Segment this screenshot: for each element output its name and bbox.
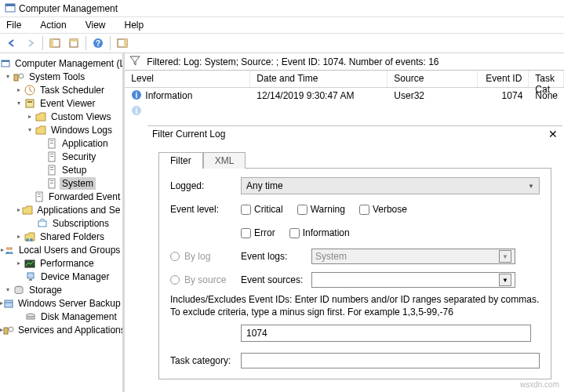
tree-event-viewer[interactable]: ▾Event Viewer [0,96,122,110]
tab-body: Logged: Any time▼ Event level: Critical … [158,168,551,379]
help-button[interactable]: ? [89,34,107,52]
tree-log-security[interactable]: Security [0,150,122,163]
col-header-eventid[interactable]: Event ID [478,71,529,87]
menu-file[interactable]: File [3,18,24,32]
table-row[interactable]: i [125,103,564,119]
toolbar: ? [0,33,564,53]
tree-services-apps[interactable]: ▸Services and Applications [0,323,122,336]
svg-rect-12 [14,74,18,81]
chevron-down-icon[interactable]: ▼ [499,274,511,286]
col-header-level[interactable]: Level [125,71,250,87]
tree-pane: Computer Management (Local ▾System Tools… [0,53,125,392]
forward-button[interactable] [22,34,39,52]
label-event-sources: Event sources: [241,274,311,285]
svg-text:i: i [136,91,138,100]
tree-log-application[interactable]: Application [0,136,122,150]
svg-rect-25 [50,169,53,170]
back-button[interactable] [3,34,20,52]
svg-point-43 [27,314,35,317]
toolbar-separator [42,36,43,50]
check-error[interactable]: Error [241,227,275,238]
action-pane-button[interactable] [114,34,131,52]
col-header-date[interactable]: Date and Time [250,71,388,87]
info-icon: i [131,105,142,118]
show-hide-tree-button[interactable] [46,34,64,52]
expander-right-icon[interactable]: ▸ [25,112,35,122]
svg-rect-41 [5,300,13,307]
tree-disk-management[interactable]: Disk Management [0,310,122,323]
menubar: File Action View Help [0,17,564,33]
tree-log-forwarded[interactable]: Forwarded Event [0,190,122,203]
menu-action[interactable]: Action [37,18,69,32]
expander-down-icon[interactable]: ▾ [3,285,13,295]
tree-log-setup[interactable]: Setup [0,163,122,176]
svg-rect-28 [50,183,53,183]
tree-windows-logs[interactable]: ▾Windows Logs [0,123,122,136]
event-sources-combo[interactable]: ▼ [311,272,515,288]
radio-by-log: By log [170,251,241,262]
tree-root[interactable]: Computer Management (Local [0,56,122,70]
expander-right-icon[interactable]: ▸ [14,232,24,241]
svg-rect-31 [38,196,41,197]
label-event-level: Event level: [170,204,241,215]
label-event-logs: Event logs: [241,251,311,262]
col-header-source[interactable]: Source [388,71,478,87]
expander-right-icon[interactable]: ▸ [16,205,23,215]
check-critical[interactable]: Critical [241,204,283,215]
check-warning[interactable]: Warning [297,204,345,215]
check-information[interactable]: Information [289,227,350,238]
svg-point-45 [9,327,13,332]
svg-point-35 [6,247,9,250]
tabstrip: Filter XML [158,151,562,168]
svg-rect-3 [50,39,53,47]
toolbar-separator [110,36,111,50]
expander-down-icon[interactable]: ▾ [25,125,35,135]
svg-rect-27 [50,180,53,181]
tree-device-manager[interactable]: Device Manager [0,270,122,283]
expander-down-icon[interactable]: ▾ [3,72,13,82]
titlebar: Computer Management [0,0,564,17]
svg-rect-5 [70,39,78,42]
svg-rect-24 [50,167,53,168]
tree-subscriptions[interactable]: Subscriptions [0,216,122,230]
chevron-down-icon: ▼ [528,183,534,190]
close-icon[interactable]: ✕ [548,128,558,140]
tree-local-users[interactable]: ▸Local Users and Groups [0,243,122,256]
check-verbose[interactable]: Verbose [359,204,407,215]
tab-filter[interactable]: Filter [158,152,203,169]
tree-performance[interactable]: ▸Performance [0,256,122,270]
label-logged: Logged: [170,180,241,191]
menu-view[interactable]: View [82,18,109,32]
svg-rect-32 [38,221,46,227]
event-id-input[interactable] [241,325,531,342]
tree-windows-server-backup[interactable]: ▸Windows Server Backup [0,296,122,310]
menu-help[interactable]: Help [122,18,147,32]
tree-shared-folders[interactable]: ▸Shared Folders [0,230,122,243]
svg-rect-22 [50,156,53,157]
table-row[interactable]: iInformation 12/14/2019 9:30:47 AM User3… [125,88,564,103]
task-category-combo[interactable] [241,353,540,368]
tree-custom-views[interactable]: ▸Custom Views [0,110,122,123]
expander-down-icon[interactable]: ▾ [14,99,24,108]
window-title: Computer Management [19,3,118,14]
svg-rect-21 [50,154,53,154]
svg-rect-19 [50,143,53,143]
logged-dropdown[interactable]: Any time▼ [241,177,540,194]
tree-task-scheduler[interactable]: ▸Task Scheduler [0,83,122,96]
col-header-taskcat[interactable]: Task Cat [529,71,564,87]
tree-apps-services-logs[interactable]: ▸Applications and Se [0,203,122,216]
svg-rect-30 [38,194,41,194]
svg-rect-39 [29,279,32,281]
tree-log-system[interactable]: System [0,176,122,190]
properties-button[interactable] [65,34,82,52]
expander-right-icon[interactable]: ▸ [14,259,24,268]
tree-system-tools[interactable]: ▾System Tools [0,70,122,83]
help-text: Includes/Excludes Event IDs: Enter ID nu… [170,294,540,318]
filter-icon [129,55,140,68]
svg-rect-38 [27,273,34,278]
chevron-down-icon: ▼ [499,250,511,263]
tab-xml[interactable]: XML [203,152,246,169]
svg-rect-1 [5,4,15,6]
expander-right-icon[interactable]: ▸ [14,85,24,95]
tree-storage[interactable]: ▾Storage [0,283,122,296]
